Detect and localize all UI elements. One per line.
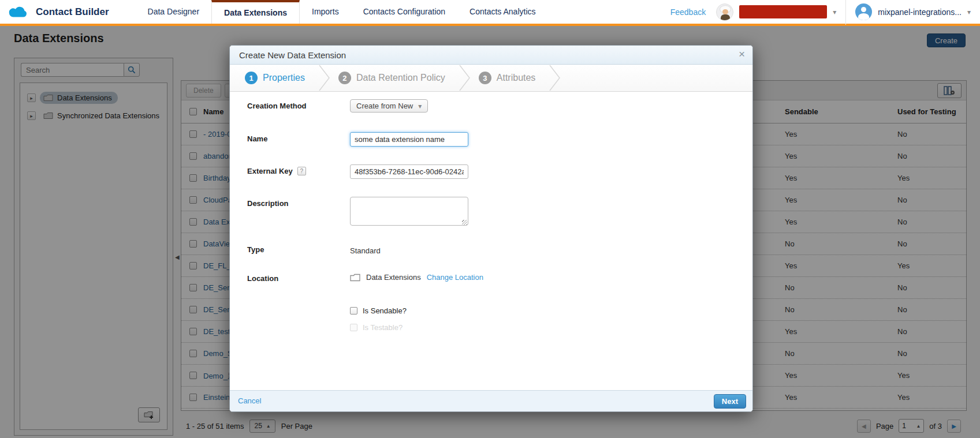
- create-data-extension-modal: Create New Data Extension × 1 Properties…: [229, 45, 753, 412]
- is-testable-label: Is Testable?: [363, 323, 403, 332]
- external-key-input[interactable]: [350, 164, 468, 179]
- step-label: Properties: [263, 73, 305, 83]
- step-chevron-separator: [458, 65, 472, 91]
- next-button[interactable]: Next: [714, 394, 746, 409]
- step-label: Data Retention Policy: [356, 73, 445, 83]
- modal-body: Creation Method Create from New ▾ Name E…: [230, 92, 752, 391]
- help-icon[interactable]: ?: [297, 167, 306, 175]
- tab-data-extensions[interactable]: Data Extensions: [211, 0, 300, 24]
- account-name[interactable]: mixpanel-integrations...: [878, 8, 962, 17]
- creation-method-dropdown[interactable]: Create from New ▾: [350, 99, 428, 113]
- nav-right-group: Feedback ▾ mixpanel-integrations... ▾: [670, 0, 980, 24]
- user-avatar-icon[interactable]: [855, 3, 872, 20]
- folder-icon: [350, 274, 360, 282]
- tab-data-designer[interactable]: Data Designer: [136, 0, 212, 24]
- close-icon[interactable]: ×: [739, 48, 745, 61]
- nav-divider: [845, 0, 846, 25]
- wizard-steps: 1 Properties 2 Data Retention Policy 3 A…: [230, 65, 752, 92]
- external-key-label: External Key: [247, 167, 293, 175]
- name-label: Name: [247, 134, 267, 143]
- chevron-down-icon: ▾: [418, 102, 422, 110]
- step-label: Attributes: [497, 73, 536, 83]
- modal-title: Create New Data Extension: [239, 50, 346, 60]
- step-chevron-separator: [548, 65, 562, 91]
- step-chevron-separator: [318, 65, 331, 91]
- resize-grip-icon[interactable]: [462, 220, 467, 225]
- step-attributes[interactable]: 3 Attributes: [472, 65, 549, 91]
- step-properties[interactable]: 1 Properties: [238, 65, 318, 91]
- step-number: 3: [479, 72, 491, 84]
- step-data-retention-policy[interactable]: 2 Data Retention Policy: [331, 65, 458, 91]
- modal-footer: Cancel Next: [230, 390, 752, 411]
- modal-header: Create New Data Extension ×: [230, 46, 752, 65]
- type-label: Type: [247, 245, 264, 254]
- change-location-link[interactable]: Change Location: [427, 273, 483, 282]
- tab-contacts-analytics[interactable]: Contacts Analytics: [457, 0, 547, 24]
- nav-tabs: Data Designer Data Extensions Imports Co…: [136, 0, 548, 24]
- is-sendable-checkbox[interactable]: [350, 307, 357, 315]
- location-value: Data Extensions: [366, 273, 421, 282]
- type-value: Standard: [350, 246, 381, 255]
- description-label: Description: [247, 199, 289, 208]
- redacted-account-selector[interactable]: [739, 5, 827, 18]
- salesforce-cloud-logo-icon: [8, 5, 30, 20]
- name-input[interactable]: [350, 132, 468, 147]
- cancel-link[interactable]: Cancel: [238, 396, 261, 405]
- step-number: 1: [245, 72, 258, 84]
- is-testable-checkbox: [350, 324, 357, 331]
- chevron-down-icon[interactable]: ▾: [833, 8, 836, 16]
- account-chevron-down-icon[interactable]: ▾: [967, 8, 971, 16]
- step-number: 2: [338, 72, 351, 84]
- top-nav: Contact Builder Data Designer Data Exten…: [0, 0, 980, 26]
- tab-contacts-configuration[interactable]: Contacts Configuration: [351, 0, 457, 24]
- creation-method-value: Create from New: [356, 102, 413, 110]
- is-sendable-label: Is Sendable?: [363, 306, 407, 315]
- feedback-link[interactable]: Feedback: [670, 8, 706, 17]
- location-label: Location: [247, 274, 278, 283]
- description-textarea[interactable]: [350, 197, 468, 226]
- einstein-avatar[interactable]: [716, 3, 733, 21]
- creation-method-label: Creation Method: [247, 102, 307, 110]
- app-title: Contact Builder: [36, 0, 109, 24]
- tab-imports[interactable]: Imports: [300, 0, 351, 24]
